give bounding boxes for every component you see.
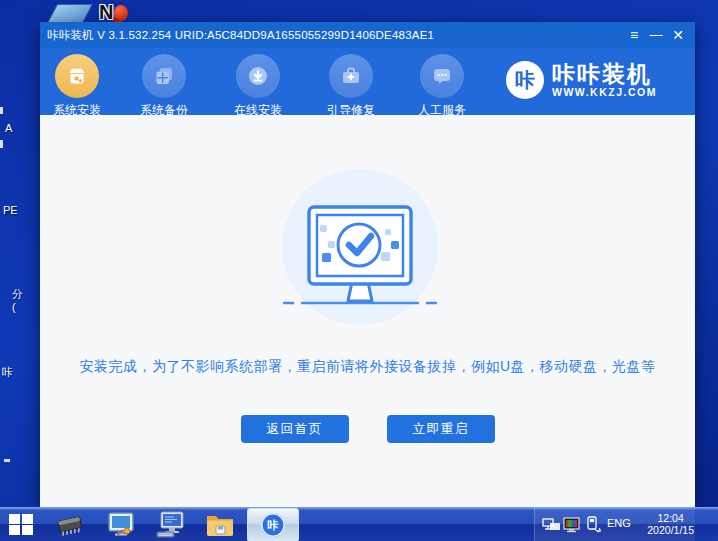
desktop-shortcut-label[interactable]: A (5, 122, 12, 135)
boot-repair-toolbox-icon (329, 54, 373, 98)
nav-item-live-support[interactable]: 人工服务 (412, 54, 472, 119)
system-backup-icon (142, 54, 186, 98)
return-home-button[interactable]: 返回首页 (241, 415, 349, 443)
nav-item-system-backup[interactable]: 系统备份 (134, 54, 194, 119)
desktop-shortcut-label[interactable]: PE (3, 204, 18, 217)
label-line: ( (12, 301, 23, 314)
tray-display-icon[interactable] (563, 517, 581, 533)
tray-language-indicator[interactable]: ENG (607, 517, 631, 529)
restart-now-button[interactable]: 立即重启 (387, 415, 495, 443)
desktop-label-fragment (4, 459, 10, 462)
kaka-logo-badge: 咔 (506, 61, 544, 99)
kaka-installer-window: 咔咔装机 V 3.1.532.254 URID:A5C84DD9A1655055… (40, 22, 695, 507)
tray-usb-eject-icon[interactable] (586, 516, 601, 534)
taskbar-file-explorer-icon[interactable] (205, 512, 235, 537)
close-icon[interactable]: ✕ (667, 22, 689, 48)
nav-item-boot-repair[interactable]: 引导修复 (321, 54, 381, 119)
desktop-label-fragment (0, 140, 3, 148)
taskbar-computer-icon[interactable] (155, 511, 187, 538)
taskbar-chip-icon[interactable] (54, 514, 86, 536)
taskbar: ✂ 咔 (0, 507, 718, 541)
action-buttons: 返回首页 立即重启 (40, 415, 695, 443)
window-titlebar: 咔咔装机 V 3.1.532.254 URID:A5C84DD9A1655055… (40, 22, 695, 48)
install-complete-message: 安装完成，为了不影响系统部署，重启前请将外接设备拔掉，例如U盘，移动硬盘，光盘等 (40, 358, 695, 376)
brand-url: WWW.KKZJ.COM (552, 86, 657, 99)
nav-item-system-install[interactable]: 系统安装 (47, 54, 107, 119)
install-package-icon (55, 54, 99, 98)
desktop-laptop-icon[interactable] (47, 4, 93, 23)
window-title: 咔咔装机 V 3.1.532.254 URID:A5C84DD9A1655055… (40, 28, 623, 43)
desktop-shortcut-label[interactable]: 分 ( (12, 288, 23, 314)
tray-clock[interactable]: 12:04 2020/1/15 (647, 512, 694, 536)
tray-date: 2020/1/15 (647, 524, 694, 536)
online-install-download-icon (236, 54, 280, 98)
install-complete-monitor-illustration (280, 167, 440, 327)
live-support-chat-icon (420, 54, 464, 98)
minimize-icon[interactable]: — (645, 22, 667, 48)
desktop-label-fragment (0, 107, 3, 114)
notepad-letter: N (99, 1, 113, 24)
content-panel: 安装完成，为了不影响系统部署，重启前请将外接设备拔掉，例如U盘，移动硬盘，光盘等… (40, 115, 695, 507)
tray-network-icon[interactable] (542, 518, 562, 532)
nav-bar: 系统安装 系统备份 (40, 48, 695, 115)
brand-logo: 咔 咔咔装机 WWW.KKZJ.COM (506, 61, 657, 99)
kaka-taskbar-badge: 咔 (261, 513, 285, 537)
desktop-shortcut-label[interactable]: 咔 (2, 366, 13, 379)
tray-time: 12:04 (647, 512, 694, 524)
nav-item-online-install[interactable]: 在线安装 (228, 54, 288, 119)
label-line: 分 (12, 288, 23, 301)
desktop: N A PE 分 ( 咔 咔咔装机 V 3.1.532.254 URID:A5C… (0, 0, 718, 541)
brand-title: 咔咔装机 (552, 62, 657, 86)
start-button[interactable] (9, 514, 32, 535)
taskbar-kaka-active-button[interactable]: 咔 (247, 508, 299, 541)
menu-icon[interactable]: ≡ (623, 22, 645, 48)
taskbar-snipping-tool-icon[interactable]: ✂ (105, 511, 137, 538)
